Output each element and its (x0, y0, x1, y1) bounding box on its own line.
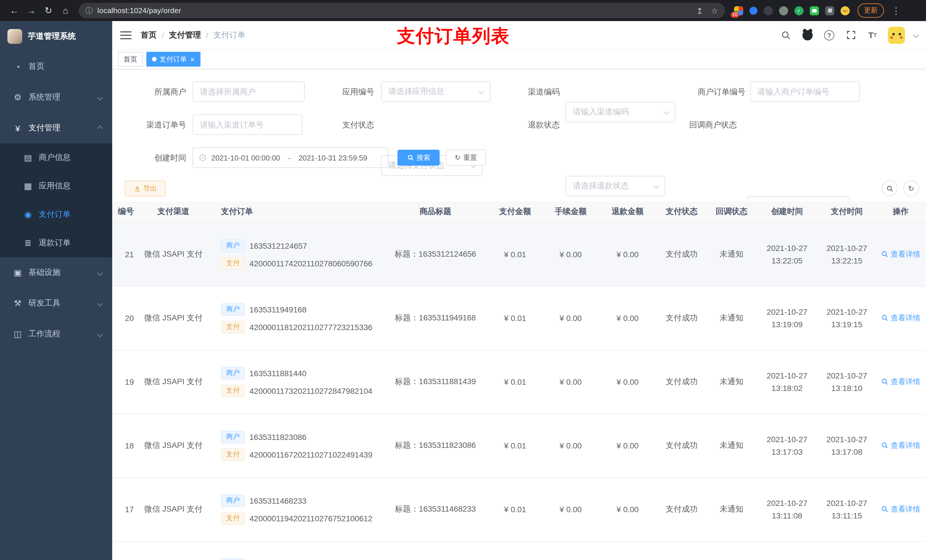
tab-pay-order[interactable]: 支付订单 × (146, 52, 200, 66)
search-icon[interactable] (780, 29, 792, 41)
extension-check-icon[interactable]: ✓ (794, 6, 803, 15)
refresh-icon: ↻ (908, 184, 914, 193)
merchant-order-no-input[interactable] (750, 82, 860, 102)
channel-code-select[interactable]: 请输入渠道编码 (566, 102, 675, 122)
share-icon[interactable]: ↥ (696, 6, 703, 15)
sidebar-item-infrastructure[interactable]: ▣ 基础设施 (0, 257, 112, 288)
sidebar-item-label: 应用信息 (39, 181, 71, 191)
select-placeholder: 请输入渠道编码 (573, 107, 629, 117)
tab-home[interactable]: 首页 (118, 52, 143, 66)
close-icon[interactable]: × (190, 56, 195, 63)
reload-button[interactable]: ↻ (40, 2, 57, 19)
pay-time: 13:18:10 (819, 382, 875, 394)
sidebar-item-dev-tools[interactable]: ⚒ 研发工具 (0, 288, 112, 319)
pay-tag: 支付 (221, 512, 245, 524)
merchant-tag: 商户 (221, 239, 245, 252)
breadcrumb: 首页 / 支付管理 / 支付订单 (141, 30, 245, 40)
breadcrumb-item-home[interactable]: 首页 (141, 30, 157, 40)
back-button[interactable]: ← (6, 2, 23, 19)
font-size-icon[interactable]: TT (866, 29, 879, 41)
sidebar-item-label: 商户信息 (39, 152, 71, 163)
app-logo-image (8, 29, 22, 44)
order-id: 19 (125, 377, 134, 386)
merchant-order-no: 1635311949168 (250, 305, 306, 314)
pay-time: 13:11:15 (819, 509, 875, 522)
pay-time: 13:22:15 (819, 254, 875, 267)
main-content: 所属商户 应用编号 请选择应用信息 渠道编码 请输入渠道编码 商户订单编号 渠道… (112, 69, 926, 560)
sidebar-item-workflow[interactable]: ◫ 工作流程 (0, 319, 112, 349)
sidebar-toggle-icon[interactable] (120, 31, 132, 39)
active-tab-dot (152, 57, 157, 62)
browser-update-button[interactable]: 更新 (858, 3, 884, 18)
breadcrumb-item-payment[interactable]: 支付管理 (169, 30, 201, 40)
sidebar-item-label: 退款订单 (39, 238, 71, 248)
extensions-puzzle-icon[interactable] (825, 6, 834, 15)
view-detail-link[interactable]: 查看详情 (881, 441, 920, 451)
product-title: 标题：1635312124656 (395, 249, 476, 258)
column-header: 创建时间 (771, 207, 803, 216)
sidebar-item-label: 工作流程 (29, 329, 61, 339)
bookmark-star-icon[interactable]: ☆ (711, 6, 718, 15)
filter-label-channel-code: 渠道编码 (486, 82, 560, 102)
sidebar-item-system[interactable]: ⚙ 系统管理 (0, 82, 112, 113)
view-detail-link[interactable]: 查看详情 (881, 249, 920, 260)
table-row: 17 微信 JSAPI 支付 商户1635311468233 支付4200001… (112, 477, 926, 541)
merchant-tag: 商户 (221, 494, 245, 507)
back-icon: ← (10, 5, 19, 16)
create-time-range-picker[interactable]: 2021-10-01 00:00:00 - 2021-10-31 23:59:5… (192, 147, 388, 168)
create-date: 2021-10-27 (756, 497, 819, 509)
notify-status: 未通知 (720, 249, 743, 258)
pay-channel: 微信 JSAPI 支付 (144, 504, 203, 513)
view-detail-link[interactable]: 查看详情 (881, 377, 920, 387)
view-detail-link[interactable]: 查看详情 (881, 504, 920, 515)
site-info-icon[interactable]: ⓘ (85, 5, 93, 16)
app-no-select[interactable]: 请选择应用信息 (381, 82, 490, 102)
view-detail-link[interactable]: 查看详情 (881, 313, 920, 323)
home-icon: ⌂ (63, 5, 68, 16)
refund-amount: ¥ 0.00 (616, 505, 639, 514)
sidebar-item-app-info[interactable]: ▦ 应用信息 (0, 172, 112, 200)
extension-chat-icon[interactable] (810, 6, 819, 15)
sidebar-item-pay-order[interactable]: ◉ 支付订单 (0, 200, 112, 229)
avatar[interactable] (888, 26, 905, 44)
create-time: 13:17:03 (756, 445, 819, 458)
search-button[interactable]: 搜索 (398, 150, 440, 166)
export-button[interactable]: 导出 (125, 180, 166, 196)
refund-status-select[interactable]: 请选择退款状态 (566, 176, 665, 196)
create-date: 2021-10-27 (756, 242, 819, 254)
pay-order-no: 4200001167202110271022491439 (250, 450, 372, 459)
breadcrumb-item-current: 支付订单 (213, 30, 245, 40)
export-button-label: 导出 (143, 184, 157, 193)
refresh-table-button[interactable]: ↻ (903, 180, 919, 196)
order-id: 17 (125, 505, 134, 514)
extension-drop-icon[interactable] (749, 6, 757, 15)
url-bar[interactable]: ⓘ localhost:1024/pay/order ↥ ☆ (79, 3, 725, 18)
help-icon[interactable]: ? (823, 29, 835, 41)
pay-time: 13:19:15 (819, 318, 875, 331)
fullscreen-icon[interactable] (844, 29, 857, 41)
extensions-area: 10 ✓ (734, 6, 850, 15)
chevron-down-icon[interactable] (913, 32, 919, 38)
browser-menu-icon[interactable]: ⋮ (891, 5, 902, 16)
sidebar-item-merchant-info[interactable]: ▤ 商户信息 (0, 143, 112, 172)
fee-amount: ¥ 0.00 (560, 441, 582, 450)
chevron-down-icon (97, 331, 103, 337)
toggle-search-button[interactable] (882, 180, 897, 196)
merchant-input[interactable] (192, 82, 305, 102)
channel-order-no-input[interactable] (192, 115, 303, 135)
sidebar-item-payment[interactable]: ¥ 支付管理 (0, 113, 112, 143)
merchant-order-no: 1635311823086 (250, 432, 306, 441)
extension-gray-icon[interactable] (779, 6, 788, 15)
github-icon[interactable] (801, 29, 814, 41)
home-button[interactable]: ⌂ (57, 2, 74, 19)
extension-colorful-icon[interactable]: 10 (734, 6, 743, 15)
pay-amount: ¥ 0.01 (504, 250, 526, 259)
filter-label-create-time: 创建时间 (129, 147, 186, 168)
sidebar-item-home[interactable]: ◔ 首页 (0, 51, 112, 82)
clock-icon (199, 154, 207, 162)
extension-smiley-icon[interactable] (841, 6, 850, 15)
sidebar-item-refund-order[interactable]: ≣ 退款订单 (0, 229, 112, 257)
extension-dark-icon[interactable] (764, 6, 773, 15)
forward-button[interactable]: → (23, 2, 40, 19)
reset-button[interactable]: ↻ 重置 (446, 150, 486, 166)
